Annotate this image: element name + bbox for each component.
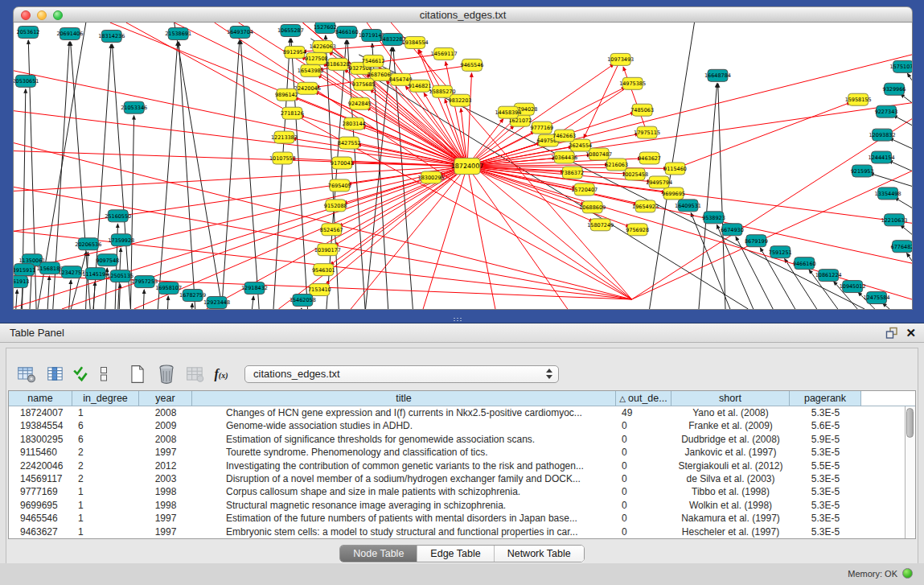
graph-node[interactable]: 12213383 bbox=[271, 131, 298, 143]
graph-node[interactable]: 9777169 bbox=[530, 122, 553, 134]
graph-node[interactable]: 15462058 bbox=[290, 295, 316, 307]
graph-node[interactable]: 9170041 bbox=[331, 157, 354, 169]
table-cell[interactable]: Corpus callosum shape and size in male p… bbox=[192, 485, 616, 498]
table-cell[interactable]: Yano et al. (2008) bbox=[671, 406, 790, 419]
column-header-name[interactable]: name bbox=[9, 391, 72, 406]
graph-edge-reference[interactable] bbox=[870, 173, 912, 186]
graph-node[interactable]: 8912954 bbox=[283, 46, 306, 58]
graph-node[interactable]: 20530651 bbox=[14, 75, 39, 87]
column-header-out_de[interactable]: △out_de... bbox=[616, 391, 671, 406]
function-builder-icon[interactable]: f(x) bbox=[212, 363, 230, 385]
table-cell[interactable]: 2 bbox=[72, 446, 139, 459]
table-cell[interactable]: 18724007 bbox=[9, 406, 72, 419]
graph-node[interactable]: 6216063 bbox=[605, 159, 628, 171]
graph-edge-citation[interactable] bbox=[134, 166, 467, 309]
close-window-button[interactable] bbox=[21, 10, 31, 20]
graph-node[interactable]: 14458394 bbox=[495, 106, 521, 118]
graph-node[interactable]: 16958107 bbox=[155, 282, 182, 295]
graph-node[interactable]: 7546612 bbox=[362, 55, 385, 67]
graph-node[interactable]: 8679199 bbox=[745, 235, 768, 247]
table-cell[interactable]: Franke et al. (2009) bbox=[671, 419, 790, 432]
table-scrollbar[interactable] bbox=[905, 406, 915, 538]
graph-node[interactable]: 9375685 bbox=[352, 78, 376, 90]
graph-node[interactable]: 1527602 bbox=[314, 23, 337, 33]
graph-node[interactable]: 18314236 bbox=[98, 30, 125, 42]
table-cell[interactable]: Tibbo et al. (1998) bbox=[671, 485, 790, 498]
graph-node[interactable]: 16493704 bbox=[227, 26, 253, 38]
graph-node[interactable]: 16648784 bbox=[704, 69, 731, 81]
graph-edge-reference[interactable] bbox=[142, 290, 145, 309]
table-cell[interactable]: 0 bbox=[616, 512, 671, 525]
graph-node[interactable]: 17359928 bbox=[108, 234, 134, 246]
graph-edge-reference[interactable] bbox=[46, 276, 49, 309]
graph-node[interactable]: 9146821 bbox=[409, 80, 432, 92]
graph-edge-citation[interactable] bbox=[467, 166, 495, 309]
graph-node[interactable]: 9127508 bbox=[305, 52, 328, 64]
delete-table-icon[interactable] bbox=[154, 363, 179, 385]
table-cell[interactable]: 2 bbox=[72, 472, 139, 485]
table-row[interactable]: 911546021997Tourette syndrome. Phenomeno… bbox=[9, 446, 905, 459]
graph-edge-reference[interactable] bbox=[240, 40, 262, 309]
graph-node[interactable]: 16543982 bbox=[298, 64, 324, 76]
graph-node[interactable]: 7153410 bbox=[308, 284, 331, 296]
graph-edge-reference[interactable] bbox=[175, 23, 223, 309]
graph-node[interactable]: 16409531 bbox=[675, 200, 701, 212]
table-cell[interactable]: Hescheler et al. (1997) bbox=[671, 525, 790, 538]
tab-network-table[interactable]: Network Table bbox=[494, 546, 584, 562]
split-divider-grip[interactable] bbox=[453, 317, 462, 322]
table-cell[interactable]: 1997 bbox=[139, 446, 192, 459]
graph-node[interactable]: 17975115 bbox=[634, 126, 660, 138]
graph-node[interactable]: 20206536 bbox=[75, 238, 101, 250]
graph-node[interactable]: 7485063 bbox=[630, 104, 654, 116]
graph-node[interactable]: 2053612 bbox=[17, 26, 40, 38]
graph-node[interactable]: 19654923 bbox=[632, 200, 659, 212]
graph-node[interactable]: 15958155 bbox=[845, 93, 872, 105]
graph-edge-reference[interactable] bbox=[166, 296, 169, 309]
graph-node[interactable]: 12210633 bbox=[881, 214, 908, 226]
graph-node[interactable]: 9699695 bbox=[662, 187, 685, 200]
graph-edge-reference[interactable] bbox=[718, 84, 727, 309]
import-table-icon[interactable] bbox=[183, 363, 207, 385]
graph-node[interactable]: 20691406 bbox=[56, 27, 83, 39]
graph-node[interactable]: 10861224 bbox=[815, 270, 842, 282]
table-cell[interactable]: Structural magnetic resonance image aver… bbox=[192, 499, 616, 512]
graph-edge-reference[interactable] bbox=[889, 161, 912, 171]
table-cell[interactable]: 2008 bbox=[139, 433, 192, 446]
table-cell[interactable]: 19384554 bbox=[9, 419, 72, 432]
graph-edge-citation[interactable] bbox=[14, 166, 467, 271]
graph-node[interactable]: 12918432 bbox=[241, 282, 268, 295]
table-row[interactable]: 1872400712008Changes of HCN gene express… bbox=[9, 406, 905, 419]
graph-node[interactable]: 9465546 bbox=[461, 59, 484, 71]
table-row[interactable]: 2242004622012Investigating the contribut… bbox=[9, 459, 905, 472]
table-cell[interactable]: 5.9E-5 bbox=[790, 433, 861, 446]
graph-node[interactable]: 14975385 bbox=[619, 77, 646, 89]
table-cell[interactable]: 2008 bbox=[139, 406, 192, 419]
graph-node[interactable]: 9463627 bbox=[638, 152, 661, 164]
table-cell[interactable]: 0 bbox=[616, 472, 671, 485]
graph-node[interactable]: 9756928 bbox=[626, 224, 649, 236]
table-cell[interactable]: 0 bbox=[616, 525, 671, 538]
table-row[interactable]: 969969511998Structural magnetic resonanc… bbox=[9, 499, 905, 512]
table-cell[interactable]: 2012 bbox=[139, 459, 192, 472]
graph-node[interactable]: 6674930 bbox=[721, 224, 744, 236]
table-row[interactable]: 977716911998Corpus callosum shape and si… bbox=[9, 485, 905, 498]
table-cell[interactable]: 6 bbox=[72, 433, 139, 446]
graph-edge-reference[interactable] bbox=[889, 138, 912, 149]
graph-edge-reference[interactable] bbox=[154, 42, 178, 309]
graph-node[interactable]: 13354498 bbox=[875, 187, 901, 200]
tab-edge-table[interactable]: Edge Table bbox=[417, 546, 493, 562]
table-row[interactable]: 1456911722003Disruption of a novel membe… bbox=[9, 472, 905, 485]
graph-node[interactable]: 15720407 bbox=[571, 183, 598, 196]
graph-node[interactable]: 12505135 bbox=[107, 270, 133, 282]
graph-node[interactable]: 10107553 bbox=[269, 152, 296, 164]
new-table-icon[interactable] bbox=[125, 363, 150, 385]
graph-edge-citation[interactable] bbox=[423, 166, 467, 309]
rows-icon[interactable] bbox=[95, 363, 113, 385]
column-header-title[interactable]: title bbox=[192, 391, 616, 406]
graph-node[interactable]: 14832287 bbox=[380, 33, 406, 45]
graph-node[interactable]: 14226063 bbox=[310, 40, 336, 52]
table-cell[interactable]: Estimation of the future numbers of pati… bbox=[192, 512, 616, 525]
graph-node[interactable]: 11145194 bbox=[82, 268, 109, 280]
float-panel-icon[interactable] bbox=[885, 327, 898, 340]
table-cell[interactable]: Embryonic stem cells: a model to study s… bbox=[192, 525, 616, 538]
